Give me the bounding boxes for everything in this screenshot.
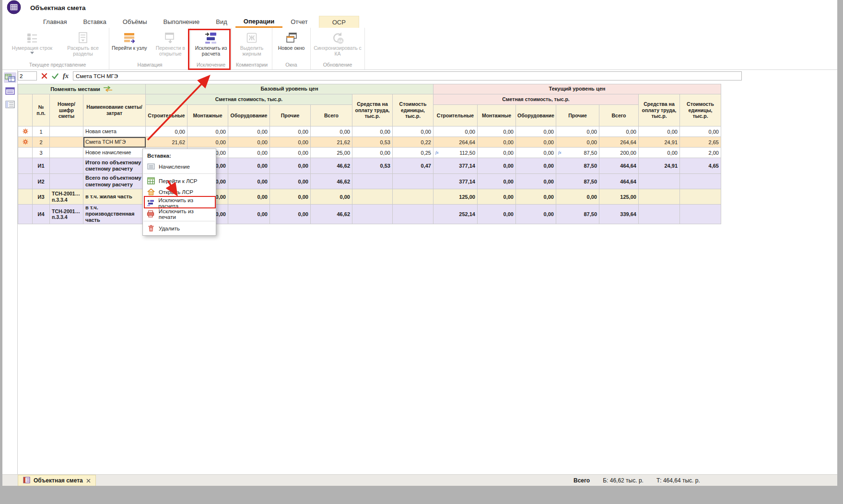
table-row[interactable]: 1Новая смета0,000,000,000,000,000,000,00…: [18, 126, 721, 137]
ribbon-tab[interactable]: Объёмы: [115, 16, 155, 28]
cell-value[interactable]: 339,64: [599, 205, 639, 224]
cell-value[interactable]: 0,00: [228, 148, 270, 158]
cell-value[interactable]: 0,00: [639, 126, 680, 137]
cell-value[interactable]: 0,00: [228, 174, 270, 189]
cell-num[interactable]: И4: [33, 205, 50, 224]
cell-value[interactable]: 0,00: [270, 189, 311, 205]
cell-reference-input[interactable]: [18, 71, 37, 80]
cell-value[interactable]: [680, 174, 721, 189]
cell-num[interactable]: 1: [33, 126, 50, 137]
cell-value[interactable]: 0,00: [556, 126, 599, 137]
cell-value[interactable]: 0,00: [270, 205, 311, 224]
cell-value[interactable]: 0,00: [270, 158, 311, 174]
cell-value[interactable]: 0,00: [516, 126, 556, 137]
formula-input[interactable]: [73, 71, 742, 80]
cell-value[interactable]: 0,00: [556, 189, 599, 205]
cell-code[interactable]: [50, 174, 83, 189]
menu-item[interactable]: Исключить из расчета: [143, 197, 216, 208]
table-row[interactable]: И4ТСН-2001… п.3.3.4в т.ч. производственн…: [18, 205, 721, 224]
cell-name[interactable]: в т.ч. жилая часть: [83, 189, 146, 205]
row-marker-cell[interactable]: [18, 189, 33, 205]
cell-value[interactable]: 0,00: [228, 137, 270, 148]
menu-item[interactable]: Перейти к ЛСР: [143, 175, 216, 186]
menu-item[interactable]: Исключить из печати: [143, 208, 216, 219]
cell-value[interactable]: 0,00: [270, 148, 311, 158]
cell-value[interactable]: 0,00: [228, 126, 270, 137]
cell-value[interactable]: [393, 174, 433, 189]
cell-value[interactable]: 0,00: [393, 126, 433, 137]
cell-value[interactable]: 87,50: [556, 205, 599, 224]
row-marker-cell[interactable]: [18, 126, 33, 137]
cell-name[interactable]: Новая смета: [83, 126, 146, 137]
cell-code[interactable]: [50, 158, 83, 174]
document-tab[interactable]: Объектная смета: [18, 475, 96, 486]
cell-value[interactable]: [680, 189, 721, 205]
cell-value[interactable]: 46,62: [311, 158, 352, 174]
cell-value[interactable]: 0,00: [478, 189, 516, 205]
cell-value[interactable]: 0,00: [228, 205, 270, 224]
ribbon-tab[interactable]: Выполнение: [155, 16, 208, 28]
row-marker-cell[interactable]: [18, 137, 33, 148]
cell-value[interactable]: 0,00: [146, 126, 187, 137]
cell-value[interactable]: 0,00: [352, 148, 393, 158]
table-row[interactable]: И1Итого по объектному сметному расчету46…: [18, 158, 721, 174]
cell-name[interactable]: Всего по объектному сметному расчету: [83, 174, 146, 189]
table-row[interactable]: И3ТСН-2001… п.3.3.4в т.ч. жилая часть0,0…: [18, 189, 721, 205]
cell-value[interactable]: 46,62: [311, 205, 352, 224]
cell-value[interactable]: 4,65: [680, 158, 721, 174]
cell-name[interactable]: Смета ТСН МГЭ: [83, 137, 146, 148]
new-window-button[interactable]: Новое окно: [272, 30, 310, 51]
cell-value[interactable]: [352, 205, 393, 224]
cell-value[interactable]: 21,62: [146, 137, 187, 148]
cell-value[interactable]: 0,00: [270, 137, 311, 148]
cell-value[interactable]: [393, 205, 433, 224]
cell-name[interactable]: Итого по объектному сметному расчету: [83, 158, 146, 174]
cell-value[interactable]: 377,14: [433, 174, 478, 189]
cell-value[interactable]: 0,53: [352, 137, 393, 148]
cell-value[interactable]: 2,65: [680, 137, 721, 148]
cell-value[interactable]: 0,00: [680, 126, 721, 137]
cell-value[interactable]: 0,47: [393, 158, 433, 174]
ribbon-tab[interactable]: Операции: [235, 16, 282, 28]
cell-value[interactable]: 0,00: [516, 205, 556, 224]
grid-view-icon[interactable]: [4, 72, 16, 83]
cell-value[interactable]: 0,00: [270, 126, 311, 137]
cell-value[interactable]: 0,00: [311, 126, 352, 137]
cell-value[interactable]: 377,14: [433, 158, 478, 174]
cell-value[interactable]: 0,00: [478, 205, 516, 224]
cell-value[interactable]: 0,53: [352, 158, 393, 174]
cell-value[interactable]: 464,64: [599, 158, 639, 174]
menu-item[interactable]: Открыть ЛСР: [143, 186, 216, 197]
table-row[interactable]: И2Всего по объектному сметному расчету46…: [18, 174, 721, 189]
cell-value[interactable]: fx112,50: [433, 148, 478, 158]
cell-value[interactable]: 0,00: [352, 126, 393, 137]
menu-item[interactable]: Начисление: [143, 161, 216, 172]
row-marker-cell[interactable]: [18, 148, 33, 158]
cell-value[interactable]: 264,64: [433, 137, 478, 148]
cell-value[interactable]: fx87,50: [556, 148, 599, 158]
cell-value[interactable]: 0,00: [599, 126, 639, 137]
cell-value[interactable]: 0,00: [270, 174, 311, 189]
cell-value[interactable]: 464,64: [599, 174, 639, 189]
report-view-icon[interactable]: [4, 99, 16, 110]
cell-value[interactable]: 0,00: [478, 174, 516, 189]
cell-value[interactable]: 25,00: [311, 148, 352, 158]
cell-value[interactable]: 0,00: [639, 148, 680, 158]
cell-value[interactable]: 24,91: [639, 158, 680, 174]
cell-value[interactable]: 125,00: [599, 189, 639, 205]
cell-value[interactable]: 2,00: [680, 148, 721, 158]
cell-value[interactable]: 0,00: [433, 126, 478, 137]
cell-num[interactable]: 2: [33, 137, 50, 148]
cell-value[interactable]: 264,64: [599, 137, 639, 148]
cell-value[interactable]: 0,00: [556, 137, 599, 148]
cell-code[interactable]: ТСН-2001… п.3.3.4: [50, 205, 83, 224]
cell-code[interactable]: [50, 148, 83, 158]
cell-value[interactable]: 0,00: [228, 158, 270, 174]
table-row[interactable]: 3Новое начисление25,000,000,000,0025,000…: [18, 148, 721, 158]
cell-value[interactable]: 87,50: [556, 158, 599, 174]
cell-value[interactable]: 0,00: [516, 174, 556, 189]
exclude-from-calc-button[interactable]: Исключить из расчета: [191, 30, 231, 57]
cell-name[interactable]: в т.ч. производственная часть: [83, 205, 146, 224]
ribbon-tab[interactable]: Вставка: [75, 16, 114, 28]
cell-value[interactable]: [352, 189, 393, 205]
